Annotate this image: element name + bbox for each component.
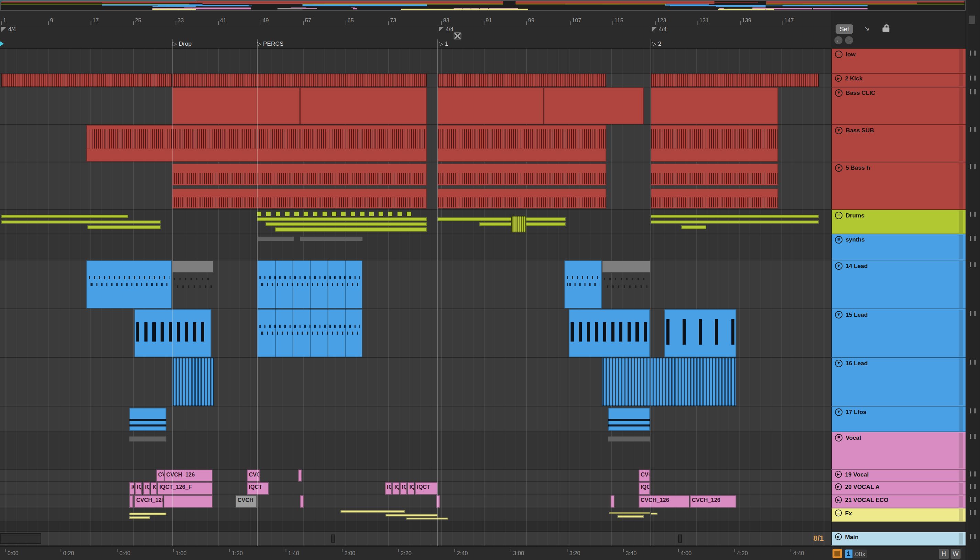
track-grip-icon[interactable]	[970, 472, 975, 477]
clip[interactable]	[617, 515, 644, 517]
clip[interactable]	[437, 217, 566, 221]
clip[interactable]	[164, 495, 212, 507]
clip[interactable]	[129, 407, 166, 430]
locator-marker[interactable]: ▷Drop	[172, 40, 192, 47]
time-signature-marker[interactable]: 4/4	[652, 26, 667, 32]
clip[interactable]	[86, 125, 427, 162]
clip[interactable]	[275, 227, 427, 232]
track-header-2-kick[interactable]: ▸2 Kick	[831, 73, 965, 87]
track-resize-strip[interactable]	[965, 0, 980, 560]
clip[interactable]: IQC	[151, 482, 157, 494]
clip[interactable]	[651, 220, 819, 224]
fold-icon[interactable]: ▾	[835, 311, 843, 318]
track-grip-icon[interactable]	[970, 484, 975, 489]
clip[interactable]	[437, 87, 544, 124]
play-icon[interactable]: ▸	[835, 497, 842, 503]
clip[interactable]	[678, 535, 682, 542]
clip[interactable]	[172, 260, 214, 273]
clip[interactable]	[564, 260, 602, 308]
clip[interactable]	[436, 495, 440, 507]
clip[interactable]	[511, 216, 527, 232]
diagonal-arrow-icon[interactable]: ↘	[864, 24, 870, 33]
clip[interactable]	[602, 274, 651, 295]
optimize-width-button[interactable]: W	[951, 549, 961, 559]
clip[interactable]: CVC	[639, 470, 650, 482]
clip[interactable]	[298, 470, 302, 482]
clip[interactable]	[437, 164, 606, 185]
clip[interactable]	[602, 358, 736, 406]
clip[interactable]	[651, 188, 778, 209]
clip[interactable]: CVCH_126	[164, 470, 212, 482]
clip[interactable]	[2, 73, 172, 87]
track-grip-icon[interactable]	[970, 262, 975, 267]
clip[interactable]	[651, 164, 778, 185]
track-header-17-lfos[interactable]: ▾17 Lfos	[831, 407, 965, 432]
arrangement-row-vocal[interactable]	[0, 432, 831, 470]
clip[interactable]	[651, 513, 657, 515]
group-icon[interactable]: ≡	[835, 236, 843, 243]
clip[interactable]	[664, 309, 736, 357]
track-header-5-bass-h[interactable]: ▾5 Bass h	[831, 163, 965, 210]
clip[interactable]: IQCT	[247, 482, 269, 494]
clip[interactable]	[341, 510, 405, 513]
track-grip-icon[interactable]	[970, 534, 975, 539]
clip[interactable]: CVCH_126	[690, 495, 737, 507]
clip[interactable]	[2, 215, 128, 218]
clip[interactable]	[608, 407, 650, 430]
track-header-20-vocal-a[interactable]: ▸20 VOCAL A	[831, 482, 965, 495]
clip[interactable]	[611, 495, 614, 507]
track-header-vocal[interactable]: ≡Vocal	[831, 432, 965, 470]
track-header-drums[interactable]: ≡Drums	[831, 210, 965, 234]
track-header-21-vocal-eco[interactable]: ▸21 VOCAL ECO	[831, 495, 965, 508]
clip[interactable]	[651, 215, 819, 218]
clip[interactable]: IQC	[639, 482, 650, 494]
arrangement-row-19-vocal[interactable]	[0, 470, 831, 482]
arrangement-row-synths[interactable]	[0, 234, 831, 260]
track-header-bass-sub[interactable]: ▾Bass SUB	[831, 125, 965, 163]
clip[interactable]	[609, 512, 650, 514]
track-grip-icon[interactable]	[970, 50, 975, 56]
clip[interactable]	[681, 226, 706, 229]
track-header-synths[interactable]: ≡synths	[831, 234, 965, 260]
clip[interactable]	[437, 125, 606, 162]
set-marker-button[interactable]: Set	[836, 24, 853, 34]
clip[interactable]	[172, 87, 300, 124]
time-ruler[interactable]: 0:000:200:401:001:201:402:002:202:403:00…	[0, 546, 831, 560]
track-header-15-lead[interactable]: ▾15 Lead	[831, 309, 965, 358]
locator-marker[interactable]: ▷PERCS	[257, 40, 284, 47]
clip[interactable]	[602, 260, 651, 273]
clip[interactable]: CVC	[247, 470, 260, 482]
clip[interactable]	[331, 535, 335, 542]
clip[interactable]: IQ	[392, 482, 399, 494]
clip[interactable]	[300, 87, 427, 124]
track-header-main[interactable]: ▸Main	[831, 532, 965, 546]
track-grip-icon[interactable]	[970, 212, 975, 217]
clip[interactable]	[258, 237, 294, 241]
arrangement-overview[interactable]	[0, 0, 965, 11]
clip[interactable]: CVCH	[236, 495, 257, 507]
play-icon[interactable]: ▸	[835, 471, 842, 478]
arrangement-row-17-lfos[interactable]	[0, 407, 831, 432]
clip[interactable]	[257, 260, 363, 308]
clip[interactable]	[129, 517, 150, 518]
track-grip-icon[interactable]	[970, 164, 975, 169]
beat-time-ruler[interactable]: 1917253341495765738391991071151231311391…	[0, 11, 831, 25]
time-signature-marker[interactable]: 4/4	[439, 26, 453, 32]
play-icon[interactable]: ▸	[835, 75, 842, 82]
track-grip-icon[interactable]	[970, 434, 975, 439]
clip[interactable]	[437, 73, 606, 87]
clip[interactable]	[129, 513, 166, 515]
play-icon[interactable]: ▸	[835, 533, 842, 540]
time-signature-marker[interactable]: 4/4	[2, 26, 16, 32]
clip[interactable]: IQCT_126_F	[157, 482, 212, 494]
clip[interactable]	[385, 514, 437, 516]
clip[interactable]	[172, 358, 214, 406]
clip[interactable]	[257, 212, 416, 216]
clip[interactable]	[608, 437, 650, 441]
clip[interactable]	[300, 495, 304, 507]
optimize-height-button[interactable]: H	[939, 549, 949, 559]
clip[interactable]	[406, 518, 448, 520]
clip[interactable]	[134, 309, 211, 357]
track-header-16-lead[interactable]: ▾16 Lead	[831, 358, 965, 407]
clip[interactable]: IQ	[385, 482, 392, 494]
